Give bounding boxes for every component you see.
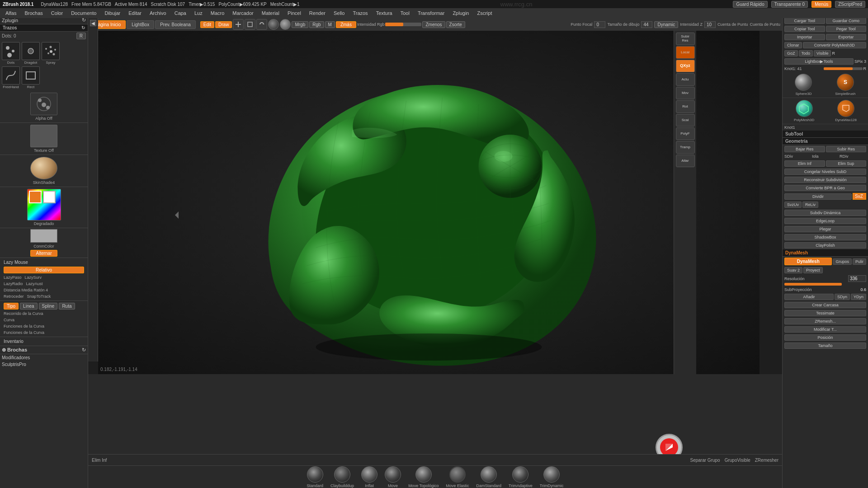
menu-material[interactable]: Material (258, 9, 283, 17)
material-thumb[interactable] (30, 157, 57, 179)
edit-btn[interactable]: Edit (200, 21, 214, 28)
todo-btn[interactable]: Todo (799, 50, 813, 56)
brush-move[interactable]: Move (383, 465, 402, 488)
ydyn-btn[interactable]: YDyn (851, 294, 866, 300)
simplebush-thumb[interactable]: S (837, 74, 854, 91)
anadir-btn[interactable]: Añadir (784, 294, 834, 300)
brush-rect-thumb[interactable]: Rect (22, 66, 40, 89)
modificar-t-btn[interactable]: Modificar T... (784, 326, 866, 333)
menu-macro[interactable]: Macro (207, 9, 228, 17)
scale-icon[interactable] (245, 19, 255, 30)
lazy-mouse-type[interactable]: Relativo (4, 267, 84, 273)
m-btn[interactable]: M (325, 21, 335, 28)
color-circle[interactable] (268, 19, 279, 30)
nav-arrow-left[interactable]: ◀ (90, 20, 96, 26)
texture-thumb[interactable] (30, 125, 57, 147)
color-circle-2[interactable] (280, 19, 291, 30)
sdyn-btn[interactable]: SDyn (835, 294, 850, 300)
project-btn[interactable]: Proyect (803, 267, 823, 273)
canvas-3d[interactable]: 人人素材社区 人人素材社区 人人素材社区 人人素材社区 人人素材社区 人人素材社… (98, 31, 760, 374)
zmenos-btn[interactable]: Zmenos (422, 21, 445, 28)
trampa-icon[interactable]: Tramp (676, 141, 695, 154)
dynawax128-thumb[interactable] (837, 100, 854, 117)
brush-move-elastic[interactable]: Move Elastic (445, 465, 471, 488)
panel-collapse-arrow[interactable] (175, 211, 179, 219)
shadowbox-btn[interactable]: ShadowBox (784, 234, 866, 240)
reliv-btn[interactable]: ReLiv (802, 202, 818, 208)
importar-btn[interactable]: Importar (784, 34, 825, 40)
tab-lightbox[interactable]: LightBox (127, 20, 154, 29)
menu-sello[interactable]: Sello (330, 9, 348, 17)
reconstruir-btn[interactable]: Reconstruir Subdivisión (784, 177, 866, 183)
brush-standard[interactable]: Standard (306, 465, 325, 488)
polyf-icon[interactable]: PolyF (676, 127, 695, 140)
claypolish-btn[interactable]: ClayPolish (784, 242, 866, 249)
menu-trazos[interactable]: Trazos (349, 9, 371, 17)
conn-color-swatch[interactable] (30, 229, 57, 243)
canvas-area[interactable]: SubirRes Local QXyz Actu Mov Rot Scal Po… (88, 31, 782, 374)
menu-dibujar[interactable]: Dibujar (101, 9, 124, 17)
alpha-thumb[interactable] (30, 93, 57, 115)
brush-dots-thumb[interactable]: Dots (2, 42, 20, 65)
clonar-btn[interactable]: Clonar (784, 42, 802, 48)
zplugin-label[interactable]: Zplugin (2, 18, 18, 23)
lightbox-tools-btn[interactable]: Lightbox▶Tools (784, 58, 854, 65)
menu-pincel[interactable]: Pincel (284, 9, 305, 17)
goz-btn[interactable]: GoZ (784, 50, 798, 56)
rotate-icon[interactable] (256, 19, 267, 30)
dots-r-btn[interactable]: R (76, 33, 86, 39)
menu-marcador[interactable]: Marcador (229, 9, 257, 17)
dividir-btn[interactable]: Dividir (784, 193, 852, 200)
mover-icon[interactable]: Mov (676, 87, 695, 99)
menus-btn[interactable]: Menús (811, 1, 831, 8)
sculptris-row[interactable]: SculptrisPro (0, 361, 88, 368)
brush-inflat[interactable]: Inflat (360, 465, 379, 488)
separar-grupo-status[interactable]: Separar Grupo (690, 458, 720, 463)
plegar-btn[interactable]: Plegar (784, 226, 866, 232)
move-icon[interactable] (233, 19, 244, 30)
curva-label[interactable]: Curva (4, 318, 14, 322)
xyz-btn[interactable]: QXyz (676, 60, 695, 72)
trazos-section[interactable]: Trazos ↻ (0, 24, 88, 32)
exportar-btn[interactable]: Exportar (826, 34, 867, 40)
lazy-mouse-label[interactable]: Lazy Mouse (4, 260, 28, 265)
tipo-btn[interactable]: Tipo (4, 303, 19, 310)
tab-prev-booleana[interactable]: Prev. Booleana (155, 20, 196, 29)
tamaño-btn[interactable]: Tamaño (784, 343, 866, 349)
subdiv-din-btn[interactable]: Subdiv Dinámica (784, 210, 866, 216)
grupos-btn[interactable]: Grupos (833, 258, 852, 265)
rotar-icon[interactable]: Rot (676, 100, 695, 113)
zremesher-status[interactable]: ZRemesher (755, 458, 778, 463)
menu-tool[interactable]: Tool (397, 9, 413, 17)
brochas-refresh[interactable]: ↻ (82, 347, 86, 353)
svzuv-btn[interactable]: SvzUv (784, 202, 802, 208)
menu-color[interactable]: Color (47, 9, 66, 17)
bajar-res-btn[interactable]: Bajar Res (784, 146, 825, 152)
posicion-btn[interactable]: Posición (784, 334, 866, 341)
edgeloop-btn[interactable]: EdgeLoop (784, 218, 866, 224)
crear-carcasa-btn[interactable]: Crear Carcasa (784, 302, 866, 308)
altar-icon[interactable]: Altar (676, 155, 695, 167)
visible-btn[interactable]: Visible (814, 50, 831, 56)
zmas-btn[interactable]: Zmás (336, 21, 356, 28)
brush-dam-standard[interactable]: DamStandard (475, 465, 503, 488)
color-picker[interactable] (27, 189, 61, 221)
menu-luz[interactable]: Luz (191, 9, 206, 17)
update-icon[interactable]: Actu (676, 73, 695, 86)
subtool-section[interactable]: SubTool (783, 131, 868, 138)
menu-zscript[interactable]: Zscript (473, 9, 495, 17)
grupo-visible-status[interactable]: GrupoVisible (725, 458, 750, 463)
punto-focal-value[interactable]: 0 (594, 21, 605, 28)
subir-res-icon[interactable]: SubirRes (676, 33, 695, 45)
menu-documento[interactable]: Documento (67, 9, 100, 17)
modificadores-row[interactable]: Modificadores (0, 354, 88, 361)
elim-inf-status[interactable]: Elim Inf (92, 458, 107, 463)
mas-funciones[interactable]: Funciones de la Curva (4, 330, 44, 335)
draw-btn[interactable]: Draw (215, 21, 232, 28)
geometria-section[interactable]: Geometría (783, 138, 868, 145)
funciones-curva[interactable]: Funciones de la Curva (4, 324, 44, 328)
guard-rapido[interactable]: Guard Rápido (733, 1, 767, 8)
ruta-btn[interactable]: Ruta (59, 303, 75, 310)
menu-capa[interactable]: Capa (171, 9, 190, 17)
lazy-surv[interactable]: LazySurv (25, 275, 42, 280)
